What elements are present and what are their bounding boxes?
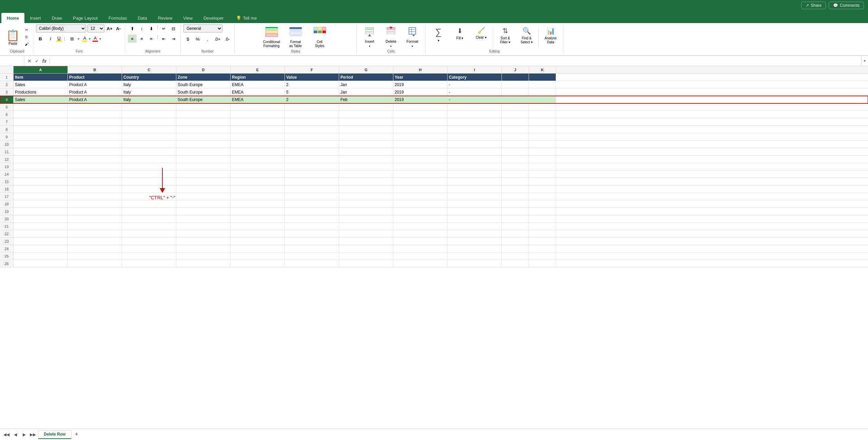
row-number[interactable]: 20 xyxy=(0,215,14,222)
grid-cell[interactable] xyxy=(529,156,556,163)
grid-cell[interactable] xyxy=(529,230,556,237)
grid-cell[interactable] xyxy=(231,141,285,148)
col-header-g[interactable]: G xyxy=(339,66,393,73)
row-number[interactable]: 22 xyxy=(0,230,14,237)
grid-cell[interactable]: Period xyxy=(339,74,393,81)
grid-cell[interactable] xyxy=(14,215,68,222)
tab-developer[interactable]: Developer xyxy=(198,13,229,23)
grid-cell[interactable] xyxy=(448,171,502,178)
grid-cell[interactable] xyxy=(285,126,339,133)
grid-cell[interactable] xyxy=(14,238,68,245)
grid-cell[interactable] xyxy=(339,126,393,133)
grid-cell[interactable] xyxy=(285,245,339,252)
grid-cell[interactable] xyxy=(176,245,231,252)
grid-cell[interactable] xyxy=(393,103,448,111)
delete-dropdown-arrow[interactable]: ▾ xyxy=(390,45,392,48)
grid-cell[interactable] xyxy=(448,215,502,222)
merge-button[interactable]: ⊟ xyxy=(169,24,178,33)
grid-cell[interactable] xyxy=(122,208,176,215)
tab-draw[interactable]: Draw xyxy=(46,13,67,23)
accounting-button[interactable]: $ xyxy=(183,35,192,43)
grid-cell[interactable] xyxy=(502,156,529,163)
grid-cell[interactable] xyxy=(122,178,176,185)
grid-cell[interactable] xyxy=(176,171,231,178)
grid-cell[interactable]: Italy xyxy=(122,81,176,88)
grid-cell[interactable] xyxy=(231,245,285,252)
grid-cell[interactable] xyxy=(502,200,529,207)
grid-cell[interactable]: Category xyxy=(448,74,502,81)
grid-cell[interactable] xyxy=(502,253,529,260)
insert-function-icon[interactable]: fx xyxy=(41,58,47,64)
grid-cell[interactable] xyxy=(122,133,176,140)
fill-color-dropdown[interactable]: ▾ xyxy=(89,37,91,41)
grid-cell[interactable] xyxy=(122,223,176,230)
grid-cell[interactable] xyxy=(393,185,448,193)
grid-cell[interactable]: Sales xyxy=(14,96,68,103)
grid-cell[interactable] xyxy=(393,223,448,230)
grid-cell[interactable] xyxy=(68,163,122,170)
grid-cell[interactable]: - xyxy=(448,88,502,96)
grid-cell[interactable] xyxy=(339,223,393,230)
grid-cell[interactable] xyxy=(14,103,68,111)
grid-cell[interactable] xyxy=(448,118,502,125)
grid-cell[interactable]: Productions xyxy=(14,88,68,96)
grid-cell[interactable]: 5 xyxy=(285,88,339,96)
tab-home[interactable]: Home xyxy=(1,13,24,23)
grid-cell[interactable] xyxy=(68,215,122,222)
tab-data[interactable]: Data xyxy=(132,13,152,23)
grid-cell[interactable]: Country xyxy=(122,74,176,81)
borders-button[interactable]: ⊞ xyxy=(67,35,76,43)
grid-cell[interactable] xyxy=(285,200,339,207)
grid-cell[interactable] xyxy=(285,111,339,118)
grid-cell[interactable] xyxy=(176,126,231,133)
grid-cell[interactable] xyxy=(529,126,556,133)
formula-input[interactable]: Sales xyxy=(50,56,861,66)
grid-cell[interactable] xyxy=(231,208,285,215)
grid-cell[interactable] xyxy=(68,193,122,200)
grid-cell[interactable] xyxy=(502,111,529,118)
grid-cell[interactable] xyxy=(285,215,339,222)
col-header-e[interactable]: E xyxy=(231,66,285,73)
grid-cell[interactable] xyxy=(231,163,285,170)
align-bottom-button[interactable]: ⬇ xyxy=(147,24,156,33)
grid-cell[interactable] xyxy=(339,148,393,155)
grid-cell[interactable] xyxy=(285,260,339,267)
row-number[interactable]: 13 xyxy=(0,163,14,170)
fill-color-button[interactable]: A xyxy=(82,36,87,42)
row-number[interactable]: 10 xyxy=(0,141,14,148)
grid-cell[interactable] xyxy=(285,193,339,200)
cut-button[interactable]: ✂ xyxy=(23,26,30,33)
grid-cell[interactable] xyxy=(393,126,448,133)
grid-cell[interactable] xyxy=(339,163,393,170)
grid-cell[interactable]: Product xyxy=(68,74,122,81)
grid-cell[interactable] xyxy=(502,178,529,185)
grid-cell[interactable] xyxy=(176,253,231,260)
row-number[interactable]: 6 xyxy=(0,111,14,118)
row-number[interactable]: 12 xyxy=(0,156,14,163)
grid-cell[interactable] xyxy=(14,223,68,230)
grid-cell[interactable] xyxy=(339,118,393,125)
grid-cell[interactable] xyxy=(176,215,231,222)
grid-cell[interactable] xyxy=(285,141,339,148)
grid-cell[interactable]: Feb xyxy=(339,96,393,103)
grid-cell[interactable] xyxy=(122,245,176,252)
grid-cell[interactable] xyxy=(339,253,393,260)
grid-cell[interactable] xyxy=(339,185,393,193)
row-number[interactable]: 3 xyxy=(0,88,14,96)
grid-cell[interactable] xyxy=(339,238,393,245)
grid-cell[interactable] xyxy=(393,133,448,140)
grid-cell[interactable] xyxy=(285,163,339,170)
format-button[interactable]: Format ▾ xyxy=(402,25,422,48)
format-dropdown-arrow[interactable]: ▾ xyxy=(412,45,413,48)
tab-page-layout[interactable]: Page Layout xyxy=(67,13,103,23)
grid-cell[interactable] xyxy=(285,230,339,237)
grid-cell[interactable] xyxy=(68,133,122,140)
decrease-indent-button[interactable]: ⇤ xyxy=(159,35,168,43)
col-header-h[interactable]: H xyxy=(393,66,448,73)
row-number[interactable]: 9 xyxy=(0,133,14,140)
grid-cell[interactable]: Product A xyxy=(68,96,122,103)
grid-cell[interactable] xyxy=(122,111,176,118)
grid-cell[interactable] xyxy=(339,200,393,207)
grid-cell[interactable] xyxy=(502,88,529,96)
grid-cell[interactable] xyxy=(339,245,393,252)
